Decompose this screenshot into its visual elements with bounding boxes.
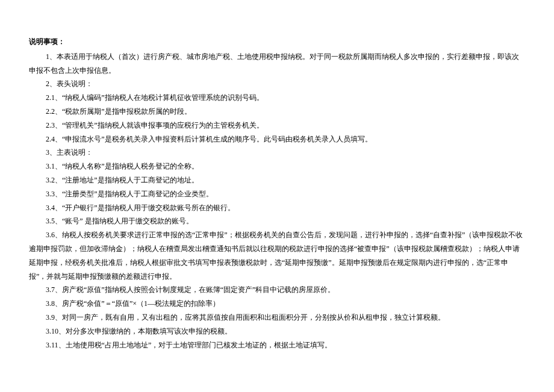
paragraph-3-8: 3.8、房产税“余值”＝“原值”×（1—税法规定的扣除率） [29,297,525,311]
paragraph-2: 2、表头说明： [29,77,525,91]
paragraph-3-1: 3.1、“纳税人名称”是指纳税人税务登记的全称。 [29,160,525,173]
paragraph-3-4: 3.4、“开户银行”是指纳税人用于缴交税款账号所在的银行。 [29,201,525,215]
paragraph-3-3: 3.3、“注册类型”是指纳税人于工商登记的企业类型。 [29,187,525,201]
paragraph-2-3: 2.3、“管理机关”指纳税人就该申报事项的应税行为的主管税务机关。 [29,119,525,132]
paragraph-3-2: 3.2、“注册地址”是指纳税人于工商登记的地址。 [29,173,525,187]
paragraph-2-2: 2.2、“税款所属期”是指申报税款所属的时段。 [29,105,525,119]
section-heading: 说明事项： [29,35,525,49]
paragraph-2-4: 2.4、“申报流水号”是税务机关录入申报资料后计算机生成的顺序号。此号码由税务机… [29,132,525,146]
paragraph-3-10: 3.10、对分多次申报缴纳的，本期数填写该次申报的税额。 [29,325,525,338]
paragraph-3-5: 3.5、“账号” 是指纳税人用于缴交税款的账号。 [29,214,525,228]
paragraph-3: 3、主表说明： [29,146,525,160]
paragraph-3-9: 3.9、对同一房产，既有自用，又有出租的，应将其原值按自用面积和出租面积分开，分… [29,311,525,325]
paragraph-2-1: 2.1、“纳税人编码”指纳税人在地税计算机征收管理系统的识别号码。 [29,91,525,105]
paragraph-3-7: 3.7、房产税“原值”指纳税人按照会计制度规定，在账簿“固定资产”科目中记载的房… [29,283,525,297]
paragraph-3-6: 3.6、纳税人按税务机关要求进行正常申报的选“正常申报”；根据税务机关的自查公告… [29,228,525,283]
paragraph-1: 1、本表适用于纳税人（首次）进行房产税、城市房地产税、土地使用税申报纳税。对于同… [29,50,525,78]
paragraph-3-11: 3.11、土地使用税“占用土地地址”，对于土地管理部门已核发土地证的，根据土地证… [29,338,525,352]
